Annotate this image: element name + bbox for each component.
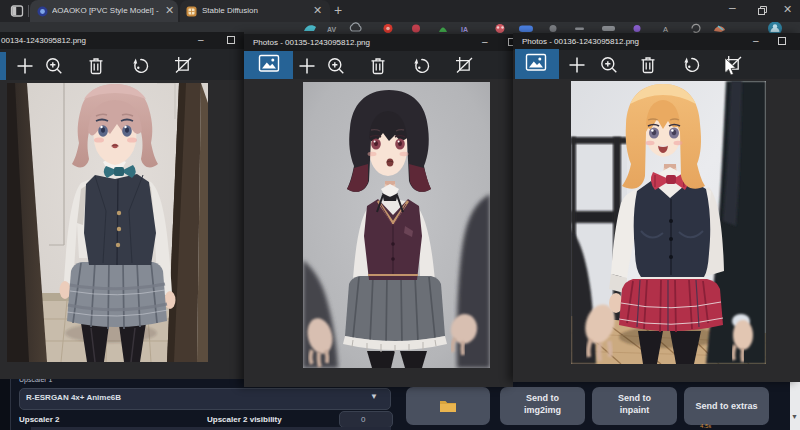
svg-text:AV: AV: [327, 26, 337, 33]
svg-text:IA: IA: [461, 26, 468, 33]
